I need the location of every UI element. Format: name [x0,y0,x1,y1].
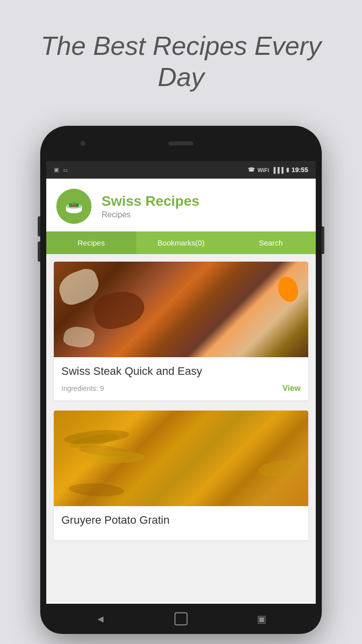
clock: 19:55 [292,166,308,174]
notification-icon-1: ▣ [54,167,59,173]
recents-icon: ▣ [257,613,266,625]
notification-icon-2: ⚏ [63,167,68,173]
logo-bowl-icon [63,196,84,217]
recents-button[interactable]: ▣ [254,611,269,626]
home-icon [174,612,188,625]
gratin-layer-2 [78,444,129,458]
tab-search[interactable]: Search [226,231,316,254]
phone-bottom-nav: ◄ ▣ [40,604,322,634]
tab-recipes[interactable]: Recipes [46,231,136,254]
svg-point-5 [75,203,79,207]
phone-signal-icon: ☎ [248,167,255,173]
recipe-image-steak [54,262,308,357]
recipe-info-2: Gruyere Potato Gratin [54,506,308,540]
svg-point-6 [72,204,75,207]
gratin-layer-1 [63,428,130,446]
page-tagline: The Best Recipes Every Day [0,30,362,93]
recipe-title-1: Swiss Steak Quick and Easy [61,365,301,378]
phone-top-bar [40,126,322,161]
app-subtitle: Recipes [102,210,200,219]
volume-down-button[interactable] [38,242,40,262]
app-header: Swiss Recipes Recipes [46,179,316,231]
screen: ▣ ⚏ ☎ WiFi ▐▐▐ ▮ 19:55 [46,161,316,604]
gratin-layer-4 [68,482,124,498]
back-button[interactable]: ◄ [93,611,108,626]
recipe-list: Swiss Steak Quick and Easy Ingredients: … [46,254,316,602]
back-icon: ◄ [96,613,106,625]
recipe-card-1[interactable]: Swiss Steak Quick and Easy Ingredients: … [54,262,308,400]
recipe-card-2[interactable]: Gruyere Potato Gratin [54,411,308,540]
front-camera [80,141,85,146]
app-title: Swiss Recipes [102,193,200,209]
status-left-icons: ▣ ⚏ [54,167,68,173]
gratin-layer-3 [257,458,299,479]
status-bar: ▣ ⚏ ☎ WiFi ▐▐▐ ▮ 19:55 [46,161,316,179]
phone-frame: ▣ ⚏ ☎ WiFi ▐▐▐ ▮ 19:55 [40,126,322,634]
status-right-area: ☎ WiFi ▐▐▐ ▮ 19:55 [248,166,308,174]
recipe-view-button-1[interactable]: View [283,384,301,393]
signal-icon: ▐▐▐ [272,167,283,173]
recipe-image-gratin [54,411,308,506]
recipe-info-1: Swiss Steak Quick and Easy Ingredients: … [54,357,308,400]
power-button[interactable] [322,226,324,254]
recipe-ingredients-1: Ingredients: 9 [61,384,104,392]
tab-bar: Recipes Bookmarks(0) Search [46,231,316,254]
recipe-title-2: Gruyere Potato Gratin [61,514,301,527]
volume-up-button[interactable] [38,216,40,236]
tab-bookmarks[interactable]: Bookmarks(0) [136,231,226,254]
steak-rice-detail [62,325,96,350]
battery-icon: ▮ [286,167,289,173]
steak-meat-detail [90,286,148,333]
wifi-icon: WiFi [257,167,269,173]
home-button[interactable] [173,611,189,626]
recipe-meta-1: Ingredients: 9 View [61,384,301,393]
app-logo [56,189,92,224]
app-title-area: Swiss Recipes Recipes [102,193,200,219]
earpiece-speaker [168,141,194,145]
